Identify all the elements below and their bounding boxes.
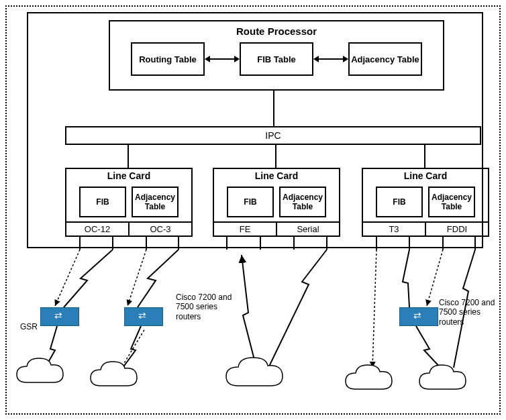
port-label: Serial bbox=[277, 223, 339, 235]
port-label: FDDI bbox=[426, 223, 488, 235]
fib-table-cell: FIB Table bbox=[240, 42, 313, 76]
cisco-label: Cisco 7200 and 7500 series routers bbox=[439, 298, 503, 327]
route-processor-title: Route Processor bbox=[110, 25, 443, 37]
connector-line bbox=[273, 91, 274, 126]
line-card-3: Line Card FIB Adjacency Table T3 FDDI bbox=[362, 168, 489, 237]
line-card-title: Line Card bbox=[66, 169, 191, 182]
line-card-2: Line Card FIB Adjacency Table FE Serial bbox=[213, 168, 340, 237]
fib-cell: FIB bbox=[376, 187, 423, 217]
routing-table-cell: Routing Table bbox=[131, 42, 205, 76]
main-router-box: Route Processor Routing Table FIB Table … bbox=[27, 12, 483, 248]
route-processor-box: Route Processor Routing Table FIB Table … bbox=[109, 20, 444, 91]
switch-icon bbox=[124, 307, 163, 326]
switch-icon bbox=[399, 307, 438, 326]
adjacency-table-cell: Adjacency Table bbox=[348, 42, 422, 76]
line-card-1: Line Card FIB Adjacency Table OC-12 OC-3 bbox=[65, 168, 193, 237]
fib-cell: FIB bbox=[79, 187, 126, 217]
gsr-label: GSR bbox=[20, 322, 38, 331]
adjacency-cell: Adjacency Table bbox=[428, 187, 475, 217]
cisco-label: Cisco 7200 and 7500 series routers bbox=[176, 293, 240, 321]
ipc-box: IPC bbox=[65, 126, 481, 145]
connector-line bbox=[424, 145, 425, 168]
bidir-arrow-icon bbox=[317, 58, 344, 60]
line-card-title: Line Card bbox=[363, 169, 488, 182]
switch-icon bbox=[40, 307, 79, 326]
connector-line bbox=[275, 145, 276, 168]
fib-cell: FIB bbox=[227, 187, 274, 217]
bidir-arrow-icon bbox=[209, 58, 236, 60]
adjacency-cell: Adjacency Table bbox=[132, 187, 179, 217]
port-label: OC-3 bbox=[130, 223, 191, 235]
connector-line bbox=[128, 145, 129, 168]
port-label: T3 bbox=[363, 223, 426, 235]
adjacency-cell: Adjacency Table bbox=[279, 187, 326, 217]
line-card-title: Line Card bbox=[214, 169, 339, 182]
port-label: FE bbox=[214, 223, 277, 235]
port-label: OC-12 bbox=[66, 223, 130, 235]
